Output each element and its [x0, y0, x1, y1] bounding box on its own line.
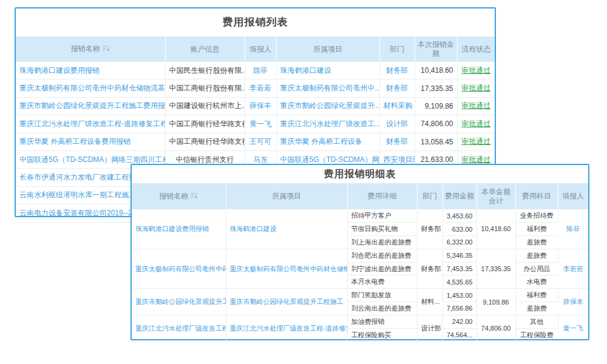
expense-detail-value: 工程保险购买 — [347, 328, 417, 342]
status-link[interactable]: 审批通过 — [457, 79, 495, 97]
reimbursement-name-link[interactable]: 重庆江北污水处理厂级改造工程- — [132, 315, 226, 342]
project-link[interactable]: 珠海鹤港口建设 — [226, 209, 347, 249]
department-link[interactable]: 财务部 — [379, 79, 415, 97]
amount-value: 74,806.00 — [415, 115, 457, 133]
list-table-row: 重庆市鹅岭公园绿化景观提升工程施工费用报销中国建设银行杭州市上...薛保丰重庆市… — [16, 97, 495, 115]
expense-detail-value: 到云南出差的差旅费 — [347, 302, 417, 315]
total-amount-value: 9,109.86 — [476, 289, 515, 315]
column-header-reporter: 填报人 — [245, 36, 276, 62]
expense-list-header-row: 报销名称 账户信息 填报人 所属项目 部门 本次报销金额 流程状态 — [16, 36, 495, 62]
department-link[interactable]: 财务部 — [379, 62, 415, 79]
reimbursement-name-link[interactable]: 珠海鹤港口建设费用报销 — [132, 209, 226, 249]
reimbursement-name-link[interactable]: 珠海鹤港口建设费用报销 — [16, 62, 165, 79]
expense-category-value: 水电费 — [515, 275, 558, 289]
amount-value: 10,418.60 — [415, 62, 457, 79]
amount-value: 13,058.45 — [415, 133, 457, 150]
expense-detail-title: 费用报销明细表 — [132, 165, 588, 183]
account-info: 中国建设银行杭州市上... — [165, 97, 245, 115]
expense-amount-value: 633.00 — [443, 223, 476, 236]
column-header-amount: 本次报销金额 — [415, 36, 457, 62]
reporter-link[interactable]: 李若若 — [245, 79, 276, 97]
list-table-row: 重庆华夏 外高桥工程设备费用报销中国工商银行经华路支行王可可重庆华夏 外高桥工程… — [16, 133, 495, 150]
status-link[interactable]: 审批通过 — [457, 62, 495, 79]
expense-detail-value: 到上海出差的差旅费 — [347, 236, 417, 249]
reimbursement-name-link[interactable]: 重庆江北污水处理厂级改造工程-道路修复工程费用... — [16, 115, 165, 133]
expense-detail-value: 部门奖励发放 — [347, 289, 417, 302]
project-link[interactable]: 重庆太极制药有限公司亳州中药材仓储物流 — [226, 249, 347, 288]
department-value: 财务部 — [417, 209, 443, 249]
expense-detail-value: 本月水电费 — [347, 275, 417, 289]
project-link[interactable]: 珠海鹤港口建设 — [276, 62, 379, 79]
expense-list-title: 费用报销列表 — [16, 8, 495, 36]
list-table-row: 重庆江北污水处理厂级改造工程-道路修复工程费用...中国工商银行经华路支行黄一飞… — [16, 115, 495, 133]
reimbursement-name-link[interactable]: 重庆太极制药有限公司亳州中药材仓储物流基地项... — [16, 79, 165, 97]
expense-category-value: 其他 — [515, 315, 558, 328]
column-header-reimbursement-name[interactable]: 报销名称 — [16, 36, 165, 62]
department-link[interactable]: 财务部 — [379, 133, 415, 150]
status-link[interactable]: 审批通过 — [457, 133, 495, 150]
expense-detail-value: 加油费报销 — [347, 315, 417, 328]
reimbursement-name-link[interactable]: 重庆华夏 外高桥工程设备费用报销 — [16, 133, 165, 150]
expense-category-value: 办公用品 — [515, 262, 558, 275]
project-link[interactable]: 重庆江北污水处理厂级改造工... — [276, 115, 379, 133]
expense-amount-value: 5,346.35 — [443, 249, 476, 262]
column-header-expense-category: 费用科目 — [515, 183, 558, 209]
sort-icon — [103, 45, 110, 54]
department-value: 材料... — [417, 289, 443, 315]
project-link[interactable]: 重庆市鹅岭公园绿化景观提升... — [276, 97, 379, 115]
amount-value: 9,109.86 — [415, 97, 457, 115]
reimbursement-name-link[interactable]: 重庆太极制药有限公司亳州中药材 — [132, 249, 226, 288]
project-link[interactable]: 重庆江北污水处理厂级改造工程-道路修复工 — [226, 315, 347, 342]
expense-amount-value: 6,332.00 — [443, 236, 476, 249]
total-amount-value: 10,418.60 — [476, 209, 515, 249]
department-link[interactable]: 材料采购 — [379, 97, 415, 115]
project-link[interactable]: 重庆太极制药有限公司亳州中... — [276, 79, 379, 97]
expense-amount-value: 1,453.00 — [443, 289, 476, 302]
column-header-reimbursement-name[interactable]: 报销名称 — [132, 183, 226, 209]
reporter-link[interactable]: 薛保丰 — [245, 97, 276, 115]
expense-category-value: 差旅费 — [515, 249, 558, 262]
detail-table-row: 重庆太极制药有限公司亳州中药材重庆太极制药有限公司亳州中药材仓储物流到合肥出差的… — [132, 249, 588, 262]
department-link[interactable]: 设计部 — [379, 115, 415, 133]
expense-amount-value: 3,453.60 — [443, 209, 476, 223]
total-amount-value: 74,806.00 — [476, 315, 515, 342]
project-link[interactable]: 重庆华夏 外高桥工程设备 — [276, 133, 379, 150]
status-link[interactable]: 审批通过 — [457, 115, 495, 133]
column-header-status: 流程状态 — [457, 36, 495, 62]
reporter-link[interactable]: 黄一飞 — [558, 315, 588, 342]
expense-category-value: 业务招待费 — [515, 209, 558, 223]
column-header-department: 部门 — [379, 36, 415, 62]
detail-table-row: 重庆市鹅岭公园绿化景观提升工程重庆市鹅岭公园绿化景观提升工程施工部门奖励发放材料… — [132, 289, 588, 302]
project-link[interactable]: 重庆市鹅岭公园绿化景观提升工程施工 — [226, 289, 347, 315]
column-header-project: 所属项目 — [276, 36, 379, 62]
reporter-link[interactable]: 陈菲 — [558, 209, 588, 249]
expense-detail-value: 到合肥出差的差旅费 — [347, 249, 417, 262]
reimbursement-name-link[interactable]: 重庆市鹅岭公园绿化景观提升工程 — [132, 289, 226, 315]
reporter-link[interactable]: 陈菲 — [245, 62, 276, 79]
expense-amount-value: 7,453.35 — [443, 262, 476, 275]
expense-category-value: 福利费 — [515, 223, 558, 236]
department-value: 设计部 — [417, 315, 443, 342]
expense-amount-value: 4,535.65 — [443, 275, 476, 289]
account-info: 中国民生银行股份有限... — [165, 62, 245, 79]
expense-category-value: 差旅费 — [515, 302, 558, 315]
reporter-link[interactable]: 李若若 — [558, 249, 588, 288]
account-info: 中国工商银行经华路支行 — [165, 115, 245, 133]
expense-detail-value: 节假日购买礼物 — [347, 223, 417, 236]
expense-amount-value: 74,564... — [443, 328, 476, 342]
status-link[interactable]: 审批通过 — [457, 97, 495, 115]
list-table-row: 重庆太极制药有限公司亳州中药材仓储物流基地项...中国工商银行股份有限...李若… — [16, 79, 495, 97]
column-header-reporter: 填报人 — [558, 183, 588, 209]
list-table-row: 珠海鹤港口建设费用报销中国民生银行股份有限...陈菲珠海鹤港口建设财务部10,4… — [16, 62, 495, 79]
expense-detail-value: 到宁波出差的差旅费 — [347, 262, 417, 275]
expense-detail-body: 珠海鹤港口建设费用报销珠海鹤港口建设招待甲方客户财务部3,453.6010,41… — [132, 209, 588, 342]
expense-category-value: 福利费 — [515, 289, 558, 302]
expense-detail-table: 报销名称 所属项目 费用详细 部门 费用金额 本单金额合计 费用科目 填报人 珠… — [132, 183, 588, 342]
total-amount-value: 17,335.35 — [476, 249, 515, 288]
reporter-link[interactable]: 王可可 — [245, 133, 276, 150]
reimbursement-name-link[interactable]: 重庆市鹅岭公园绿化景观提升工程施工费用报销 — [16, 97, 165, 115]
reporter-link[interactable]: 薛保丰 — [558, 289, 588, 315]
reporter-link[interactable]: 黄一飞 — [245, 115, 276, 133]
account-info: 中国工商银行股份有限... — [165, 79, 245, 97]
detail-table-row: 重庆江北污水处理厂级改造工程-重庆江北污水处理厂级改造工程-道路修复工加油费报销… — [132, 315, 588, 328]
